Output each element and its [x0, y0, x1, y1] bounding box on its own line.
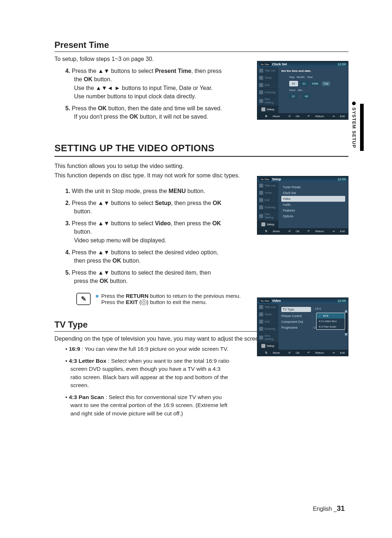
scissors-icon: [259, 320, 263, 324]
osd-footer: ⇅ Move ⏎ Ok ↶ Return ⇥ Exit: [257, 228, 348, 234]
text: Press the: [72, 105, 98, 111]
label-day: Day: [289, 75, 294, 79]
row-tv-type[interactable]: TV Type: 16:9: [281, 306, 345, 313]
hint-exit: ⇥ Exit: [328, 230, 345, 233]
menu-item-tuner[interactable]: Tuner Preset: [281, 184, 345, 190]
menu-item-clockset[interactable]: Clock Set: [281, 190, 345, 196]
field-month[interactable]: 01: [300, 81, 308, 86]
up-down-icon: ▲▼: [98, 200, 110, 206]
text: button.: [93, 76, 112, 82]
grid-icon: [259, 184, 263, 188]
field-min[interactable]: 00: [302, 94, 310, 99]
side-dot-icon: [352, 102, 356, 105]
text: If you don't press the: [74, 114, 129, 120]
osd-setup-menu: No DiscSetup 12:00 Title List Timer Edit…: [257, 176, 348, 235]
clock-icon: [259, 312, 263, 316]
nav-disc-setting[interactable]: Disc Setting: [257, 333, 278, 342]
side-tab: SYSTEM SETUP: [348, 102, 359, 148]
nav-timer[interactable]: Timer: [257, 74, 278, 82]
scrollbar[interactable]: [345, 312, 347, 333]
osd-nav[interactable]: Title List Timer Edit Dubbing Disc Setti…: [257, 182, 278, 228]
text: Press the: [72, 68, 98, 74]
menu-item-features[interactable]: Features: [281, 208, 345, 213]
nav-title-list[interactable]: Title List: [257, 182, 278, 189]
osd-footer: ⇅ Move ⏎ Ok ↶ Return ⇥ Exit: [257, 350, 348, 356]
nav-setup[interactable]: Setup: [257, 342, 278, 350]
field-year[interactable]: 2008: [310, 81, 320, 86]
step-4: 4. Press the ▲▼ buttons to select Presen…: [65, 67, 225, 100]
text: button, it will not be saved.: [138, 114, 208, 120]
exit-label: EXIT: [126, 299, 138, 305]
popup-16-9[interactable]: ✓16:9: [317, 313, 345, 319]
text: Use number buttons to input clock data d…: [74, 93, 196, 99]
text: button.: [121, 258, 140, 264]
text: With the unit in Stop mode, press the: [72, 188, 169, 194]
ok-label: OK: [98, 105, 107, 111]
osd-clock: 12:00: [338, 177, 346, 181]
nav-dubbing[interactable]: Dubbing: [257, 89, 278, 96]
bullet-letterbox: • 4:3 Letter Box : Select when you want …: [65, 357, 232, 390]
nav-disc-setting[interactable]: Disc Setting: [257, 96, 278, 106]
tv-type-popup[interactable]: ✓16:9 4:3 Letter Box 4:3 Pan Scan: [316, 313, 345, 330]
clock-icon: [259, 191, 263, 195]
text: button to exit the menu.: [148, 299, 207, 305]
osd-title: Setup: [272, 177, 281, 181]
page-footer: English _31: [313, 504, 345, 513]
check-icon: ✓: [319, 314, 321, 317]
text: button to return to the previous menu.: [148, 293, 241, 299]
nav-edit[interactable]: Edit: [257, 82, 278, 89]
ok-label: OK: [84, 76, 93, 82]
osd-nav[interactable]: Title List Timer Edit Dubbing Disc Setti…: [257, 67, 278, 113]
menu-item-audio[interactable]: Audio: [281, 202, 345, 208]
menu-item-options[interactable]: Options: [281, 213, 345, 219]
clock-icon: [259, 76, 263, 80]
ok-label: OK: [129, 114, 138, 120]
step-number: 5.: [65, 270, 70, 276]
osd-title: Clock Set: [272, 62, 287, 66]
nav-edit[interactable]: Edit: [257, 318, 278, 325]
disc-icon: [259, 327, 263, 331]
nav-timer[interactable]: Timer: [257, 189, 278, 197]
text: Press the: [72, 200, 98, 206]
no-disc-badge: No Disc: [260, 299, 271, 303]
nav-edit[interactable]: Edit: [257, 197, 278, 204]
nav-dubbing[interactable]: Dubbing: [257, 204, 278, 211]
nav-title-list[interactable]: Title List: [257, 304, 278, 311]
nav-setup[interactable]: Setup: [257, 221, 278, 228]
text: button.: [74, 208, 92, 214]
up-down-icon: ▲▼: [98, 68, 110, 74]
text: buttons to select: [110, 220, 155, 226]
osd-video-menu: No DiscVideo 12:00 Title List Timer Edit…: [257, 297, 348, 356]
nav-title-list[interactable]: Title List: [257, 67, 278, 74]
osd-nav[interactable]: Title List Timer Edit Dubbing Disc Setti…: [257, 304, 278, 350]
popup-panscan[interactable]: 4:3 Pan Scan: [317, 324, 345, 329]
hint-return: ↶ Return: [303, 115, 324, 118]
field-day[interactable]: 01: [289, 81, 298, 86]
nav-disc-setting[interactable]: Disc Setting: [257, 211, 278, 221]
label-panscan: 4:3 Pan Scan: [69, 394, 104, 400]
disc-icon: [259, 205, 263, 209]
osd-header: No DiscClock Set 12:00: [257, 61, 348, 67]
disc-setting-icon: [259, 214, 263, 218]
text: buttons to select: [110, 68, 155, 74]
osd-clock-set: No DiscClock Set 12:00 Title List Timer …: [257, 61, 348, 120]
return-label: RETURN: [126, 293, 149, 299]
hint-move: ⇅ Move: [261, 351, 280, 354]
nav-timer[interactable]: Timer: [257, 311, 278, 318]
up-down-icon: ▲▼: [98, 249, 110, 255]
no-disc-badge: No Disc: [260, 63, 271, 66]
step-number: 1.: [65, 188, 70, 194]
menu-item-video[interactable]: Video: [281, 196, 345, 202]
field-hour[interactable]: 12: [289, 94, 297, 99]
video-intro-1: This function allows you to setup the vi…: [54, 162, 348, 170]
nav-dubbing[interactable]: Dubbing: [257, 325, 278, 333]
side-thumb-strip: [360, 104, 364, 151]
tv-type-bullets: • 16:9 : You can view the full 16:9 pict…: [65, 345, 232, 418]
gear-icon: [261, 344, 265, 348]
nav-setup[interactable]: Setup: [257, 106, 278, 113]
popup-letterbox[interactable]: 4:3 Letter Box: [317, 319, 345, 324]
ok-label: OK: [213, 200, 221, 206]
ok-label: OK: [113, 258, 121, 264]
disc-icon: [259, 90, 263, 94]
up-down-icon: ▲▼: [98, 270, 110, 276]
